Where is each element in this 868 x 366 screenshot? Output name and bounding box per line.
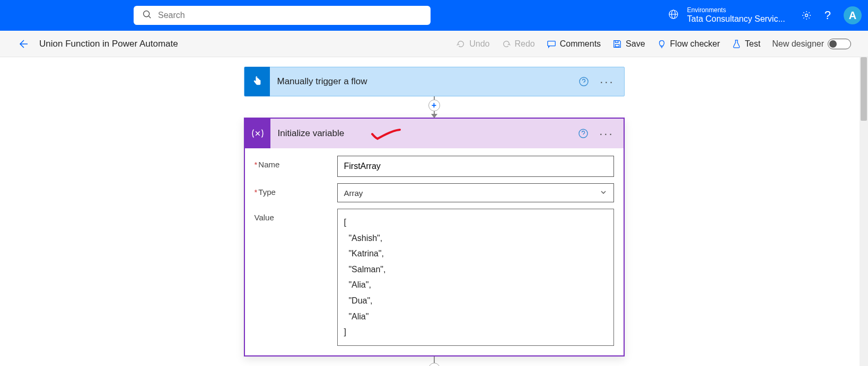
help-icon[interactable] bbox=[578, 76, 589, 87]
help-icon[interactable] bbox=[578, 128, 589, 139]
svg-rect-6 bbox=[548, 41, 555, 46]
search-input[interactable] bbox=[158, 11, 422, 20]
flow-checker-label: Flow checker bbox=[670, 39, 720, 49]
back-button[interactable] bbox=[17, 38, 29, 50]
new-designer-label: New designer bbox=[772, 39, 824, 49]
environment-name: Tata Consultancy Servic... bbox=[687, 14, 785, 24]
environment-picker[interactable]: Environments Tata Consultancy Servic... bbox=[668, 7, 785, 24]
globe-icon bbox=[668, 9, 679, 22]
help-icon[interactable]: ? bbox=[825, 8, 831, 22]
top-nav-bar: Environments Tata Consultancy Servic... … bbox=[0, 0, 868, 31]
search-box[interactable] bbox=[134, 6, 431, 25]
settings-icon[interactable] bbox=[801, 10, 812, 21]
checkmark-annotation-icon bbox=[371, 129, 401, 138]
test-button[interactable]: Test bbox=[732, 39, 760, 49]
page-title: Union Function in Power Automate bbox=[39, 39, 178, 49]
add-step-button[interactable]: + bbox=[428, 363, 440, 366]
svg-point-0 bbox=[144, 11, 150, 17]
avatar[interactable]: A bbox=[844, 6, 862, 24]
action-body: *Name *Type Array Value [ "Ashish", "Kat… bbox=[245, 148, 624, 355]
trigger-card[interactable]: Manually trigger a flow ··· bbox=[244, 67, 625, 96]
svg-line-1 bbox=[149, 16, 151, 19]
variable-icon bbox=[245, 119, 270, 148]
value-label: Value bbox=[255, 213, 274, 222]
flow-canvas: Manually trigger a flow ··· + Initialize… bbox=[0, 57, 868, 366]
search-icon bbox=[142, 10, 152, 21]
test-label: Test bbox=[745, 39, 760, 49]
comments-button[interactable]: Comments bbox=[547, 39, 601, 49]
variable-name-input[interactable] bbox=[337, 156, 614, 177]
type-label: Type bbox=[258, 188, 276, 197]
add-step-button[interactable]: + bbox=[428, 100, 440, 111]
svg-rect-7 bbox=[616, 40, 618, 42]
trigger-icon bbox=[244, 67, 270, 96]
action-title: Initialize variable bbox=[278, 128, 345, 139]
name-label: Name bbox=[258, 160, 279, 169]
step-connector: + bbox=[244, 356, 625, 366]
trigger-title: Manually trigger a flow bbox=[277, 76, 579, 87]
flow-checker-button[interactable]: Flow checker bbox=[657, 39, 720, 49]
more-icon[interactable]: ··· bbox=[600, 79, 614, 85]
save-label: Save bbox=[626, 39, 645, 49]
variable-type-select[interactable]: Array bbox=[337, 183, 614, 202]
undo-label: Undo bbox=[469, 39, 489, 49]
flow-toolbar: Union Function in Power Automate Undo Re… bbox=[0, 31, 868, 57]
toggle-switch[interactable] bbox=[828, 39, 851, 49]
scrollbar-thumb[interactable] bbox=[861, 57, 867, 121]
svg-rect-8 bbox=[616, 44, 619, 47]
undo-button[interactable]: Undo bbox=[456, 39, 489, 49]
svg-point-5 bbox=[805, 14, 808, 17]
redo-label: Redo bbox=[515, 39, 535, 49]
initialize-variable-card[interactable]: Initialize variable ··· *Name *Ty bbox=[244, 118, 625, 356]
redo-button[interactable]: Redo bbox=[502, 39, 535, 49]
new-designer-toggle[interactable]: New designer bbox=[772, 39, 851, 49]
step-connector: + bbox=[244, 96, 625, 118]
more-icon[interactable]: ··· bbox=[599, 131, 613, 137]
type-value: Array bbox=[344, 189, 363, 198]
comments-label: Comments bbox=[560, 39, 601, 49]
scrollbar[interactable] bbox=[860, 57, 868, 366]
chevron-down-icon bbox=[600, 189, 607, 198]
save-button[interactable]: Save bbox=[612, 39, 645, 49]
variable-value-input[interactable]: [ "Ashish", "Katrina", "Salman", "Alia",… bbox=[337, 209, 614, 346]
environment-label: Environments bbox=[687, 7, 785, 14]
action-header[interactable]: Initialize variable ··· bbox=[245, 119, 624, 148]
